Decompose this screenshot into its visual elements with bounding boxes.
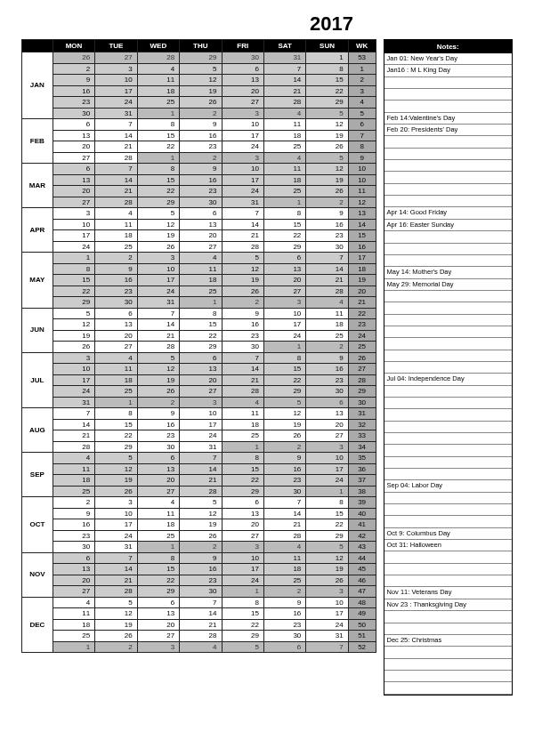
day-cell: 23 xyxy=(180,575,222,586)
day-cell: 6 xyxy=(137,597,179,608)
day-cell: 31 xyxy=(95,542,137,553)
day-cell: 10 xyxy=(222,164,263,175)
day-cell: 9 xyxy=(222,308,263,319)
day-cell: 28 xyxy=(263,530,305,542)
day-cell: 16 xyxy=(180,564,222,575)
day-cell: 3 xyxy=(222,108,263,119)
note-line xyxy=(384,611,512,623)
week-number: 15 xyxy=(348,230,376,242)
day-cell: 28 xyxy=(222,386,263,398)
note-line xyxy=(384,398,512,409)
day-cell: 2 xyxy=(306,197,348,208)
day-cell: 10 xyxy=(53,364,94,375)
week-number: 43 xyxy=(348,542,376,553)
week-number: 8 xyxy=(348,141,376,153)
day-cell: 23 xyxy=(180,186,222,197)
day-cell: 29 xyxy=(306,97,348,109)
week-number: 27 xyxy=(348,364,376,375)
note-line xyxy=(384,149,512,160)
week-number: 13 xyxy=(348,208,376,220)
month-label-may: MAY xyxy=(22,253,53,309)
day-cell: 22 xyxy=(137,141,179,153)
day-cell: 25 xyxy=(263,575,305,586)
day-cell: 19 xyxy=(95,475,137,487)
day-cell: 3 xyxy=(53,352,94,364)
day-cell: 11 xyxy=(137,508,179,519)
day-cell: 14 xyxy=(222,219,263,230)
note-line: Apr 16: Easter Sunday xyxy=(384,220,512,231)
day-cell: 2 xyxy=(53,497,94,509)
day-cell: 24 xyxy=(222,186,263,197)
day-cell: 9 xyxy=(263,453,305,464)
day-cell: 22 xyxy=(137,575,179,586)
day-cell: 3 xyxy=(95,497,137,509)
day-cell: 20 xyxy=(180,374,222,386)
day-cell: 18 xyxy=(222,419,263,430)
day-cell: 6 xyxy=(53,164,94,175)
week-number: 23 xyxy=(348,319,376,331)
day-cell: 17 xyxy=(180,419,222,430)
week-number: 41 xyxy=(348,519,376,531)
day-cell: 4 xyxy=(263,542,305,553)
day-cell: 16 xyxy=(95,275,137,286)
day-cell: 10 xyxy=(263,308,305,319)
day-cell: 12 xyxy=(222,263,263,275)
day-cell: 11 xyxy=(180,263,222,275)
day-cell: 28 xyxy=(306,286,348,297)
note-line: Jul 04: Independence Day xyxy=(384,374,512,385)
note-line: Feb 14:Valentine's Day xyxy=(384,113,512,125)
day-cell: 11 xyxy=(95,364,137,375)
day-cell: 14 xyxy=(95,564,137,575)
day-cell: 26 xyxy=(137,241,179,253)
day-cell: 13 xyxy=(137,608,179,620)
day-cell: 26 xyxy=(306,141,348,153)
day-cell: 22 xyxy=(53,286,94,297)
day-cell: 14 xyxy=(263,75,305,86)
day-cell: 8 xyxy=(306,63,348,75)
day-cell: 27 xyxy=(53,152,94,164)
day-cell: 23 xyxy=(306,230,348,242)
notes-title: Notes: xyxy=(384,39,512,53)
day-cell: 27 xyxy=(222,530,263,542)
day-cell: 12 xyxy=(306,164,348,175)
header-sun: SUN xyxy=(306,40,348,52)
day-cell: 18 xyxy=(263,130,305,141)
header-thu: THU xyxy=(180,40,222,52)
day-cell: 11 xyxy=(137,75,179,86)
day-cell: 24 xyxy=(53,241,94,253)
day-cell: 17 xyxy=(222,174,263,186)
day-cell: 1 xyxy=(263,197,305,208)
day-cell: 17 xyxy=(306,463,348,475)
day-cell: 19 xyxy=(95,619,137,631)
day-cell: 22 xyxy=(95,430,137,442)
day-cell: 16 xyxy=(137,419,179,430)
day-cell: 27 xyxy=(53,586,94,598)
month-label-dec: DEC xyxy=(22,597,53,653)
day-cell: 22 xyxy=(263,230,305,242)
day-cell: 25 xyxy=(53,486,94,497)
day-cell: 21 xyxy=(53,430,94,442)
day-cell: 27 xyxy=(95,342,137,353)
week-number: 18 xyxy=(348,263,376,275)
day-cell: 8 xyxy=(180,308,222,319)
day-cell: 14 xyxy=(222,364,263,375)
note-line: May 29: Memorial Day xyxy=(384,279,512,291)
day-cell: 16 xyxy=(306,364,348,375)
day-cell: 21 xyxy=(95,141,137,153)
day-cell: 9 xyxy=(53,75,94,86)
day-cell: 25 xyxy=(222,430,263,442)
week-number: 17 xyxy=(348,253,376,264)
day-cell: 16 xyxy=(180,174,222,186)
day-cell: 6 xyxy=(95,308,137,319)
day-cell: 1 xyxy=(306,486,348,497)
day-cell: 9 xyxy=(53,508,94,519)
day-cell: 4 xyxy=(95,352,137,364)
week-number: 34 xyxy=(348,441,376,453)
day-cell: 25 xyxy=(263,186,305,197)
day-cell: 24 xyxy=(306,619,348,631)
day-cell: 25 xyxy=(263,141,305,153)
day-cell: 2 xyxy=(180,542,222,553)
day-cell: 4 xyxy=(53,453,94,464)
day-cell: 9 xyxy=(95,263,137,275)
day-cell: 11 xyxy=(263,164,305,175)
